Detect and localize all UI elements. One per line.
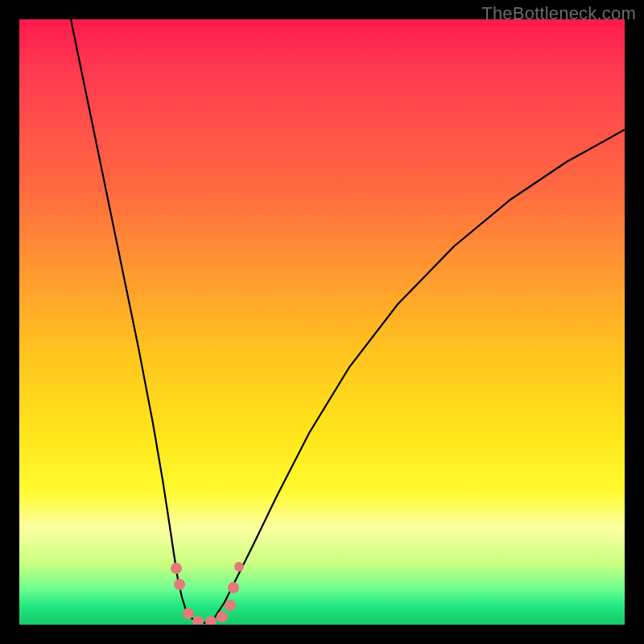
watermark-text: TheBottleneck.com — [481, 3, 636, 24]
marker-dot — [183, 608, 194, 619]
plot-area — [19, 19, 625, 625]
marker-dot — [192, 616, 204, 625]
marker-dot — [217, 611, 228, 622]
marker-dot — [234, 562, 244, 572]
marker-dot — [228, 582, 239, 593]
left-curve — [71, 19, 204, 623]
right-curve — [204, 130, 625, 623]
marker-dot — [225, 600, 236, 611]
chart-curves — [19, 19, 625, 625]
marker-dot — [174, 579, 185, 590]
marker-dot — [171, 563, 182, 574]
